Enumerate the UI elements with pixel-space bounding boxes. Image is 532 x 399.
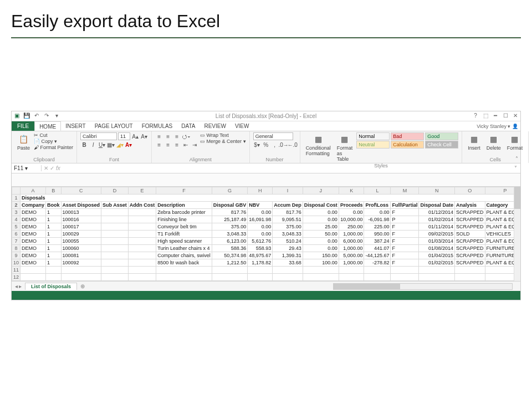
collapse-ribbon-icon[interactable]: ˄: [515, 156, 518, 162]
undo-icon[interactable]: ↶: [33, 112, 40, 120]
column-header[interactable]: Addn Cost: [128, 202, 156, 209]
col-header[interactable]: O: [455, 187, 485, 195]
style-normal[interactable]: Normal: [356, 132, 390, 140]
style-check-cell[interactable]: Check Cell: [425, 141, 458, 149]
column-header[interactable]: Disposal Cost: [303, 202, 339, 209]
col-header[interactable]: L: [364, 187, 391, 195]
col-header[interactable]: H: [248, 187, 273, 195]
copy-button[interactable]: 📄 Copy ▾: [34, 139, 73, 144]
vertical-scrollbar[interactable]: [514, 187, 520, 281]
sheet-title[interactable]: Disposals: [21, 195, 520, 202]
table-row[interactable]: 5DEMO1100017Conveyor belt 9m375.000.0037…: [12, 223, 521, 231]
col-header[interactable]: D: [101, 187, 129, 195]
column-header[interactable]: Prof\Loss: [364, 202, 391, 209]
font-size-select[interactable]: 11: [118, 132, 130, 140]
align-right-icon[interactable]: ≡: [173, 141, 181, 149]
sheet-nav-prev-icon[interactable]: ◂: [15, 283, 18, 289]
underline-icon[interactable]: U▾: [98, 141, 106, 149]
number-format-select[interactable]: General: [253, 132, 293, 140]
col-header[interactable]: I: [273, 187, 303, 195]
column-header[interactable]: Accum Dep: [273, 202, 303, 209]
orientation-icon[interactable]: ⭯▾: [182, 132, 190, 140]
table-row[interactable]: 6DEMO1100029T1 Forklift3,048.330.003,048…: [12, 231, 521, 238]
tab-formulas[interactable]: FORMULAS: [137, 121, 177, 131]
decrease-font-icon[interactable]: A▾: [140, 132, 148, 140]
decrease-decimal-icon[interactable]: ←.0: [289, 141, 296, 149]
font-name-select[interactable]: Calibri: [80, 132, 117, 140]
table-row[interactable]: 10DEMO11000928500 ltr wash back1,212.501…: [12, 259, 521, 267]
style-bad[interactable]: Bad: [391, 132, 424, 140]
column-header[interactable]: Book: [46, 202, 62, 209]
bold-icon[interactable]: B: [80, 141, 88, 149]
accounting-format-icon[interactable]: $▾: [253, 141, 261, 149]
column-header[interactable]: Full\Partial: [391, 202, 419, 209]
file-tab[interactable]: FILE: [12, 121, 34, 131]
cancel-formula-icon[interactable]: ✕: [44, 165, 48, 171]
percent-icon[interactable]: %: [262, 141, 270, 149]
format-as-table-button[interactable]: ▦Format as Table: [335, 132, 355, 163]
column-header[interactable]: Description: [156, 202, 212, 209]
col-header[interactable]: K: [339, 187, 364, 195]
table-row[interactable]: 3DEMO1100013Zebra barcode printer817.760…: [12, 209, 521, 216]
table-row[interactable]: 7DEMO1100055High speed scanner6,123.005,…: [12, 238, 521, 245]
col-header[interactable]: C: [61, 187, 101, 195]
tab-home[interactable]: HOME: [34, 121, 61, 131]
comma-icon[interactable]: ,: [271, 141, 279, 149]
format-cells-button[interactable]: ▦Format: [505, 132, 525, 152]
minimize-icon[interactable]: ━: [492, 112, 499, 120]
delete-cells-button[interactable]: ▦Delete: [484, 132, 503, 152]
column-header[interactable]: Company: [21, 202, 46, 209]
help-icon[interactable]: ?: [472, 112, 479, 120]
style-neutral[interactable]: Neutral: [356, 141, 390, 149]
add-sheet-icon[interactable]: ⊕: [80, 283, 85, 289]
tab-review[interactable]: REVIEW: [200, 121, 230, 131]
col-header[interactable]: F: [156, 187, 212, 195]
column-header[interactable]: NBV: [248, 202, 273, 209]
name-box[interactable]: F11 ▾: [12, 165, 42, 171]
increase-decimal-icon[interactable]: .0→: [280, 141, 288, 149]
align-left-icon[interactable]: ≡: [155, 141, 163, 149]
redo-icon[interactable]: ↷: [43, 112, 50, 120]
tab-data[interactable]: DATA: [177, 121, 200, 131]
tab-view[interactable]: VIEW: [231, 121, 254, 131]
align-top-icon[interactable]: ≡: [155, 132, 163, 140]
column-header[interactable]: Asset Disposed: [61, 202, 101, 209]
expand-formula-icon[interactable]: ˅: [511, 165, 520, 171]
col-header[interactable]: J: [303, 187, 339, 195]
column-header[interactable]: Disposal Date: [419, 202, 455, 209]
accept-formula-icon[interactable]: ✓: [50, 165, 54, 171]
style-good[interactable]: Good: [425, 132, 458, 140]
style-calculation[interactable]: Calculation: [391, 141, 424, 149]
paste-button[interactable]: 📋 Paste: [15, 132, 32, 152]
table-row[interactable]: 9DEMO1100081Computer chairs, swivel50,37…: [12, 252, 521, 259]
save-icon[interactable]: 💾: [23, 112, 30, 120]
qat-more-icon[interactable]: ▾: [53, 112, 60, 120]
border-icon[interactable]: ▦▾: [107, 141, 115, 149]
merge-center-button[interactable]: ▭ Merge & Center ▾: [200, 139, 246, 144]
sheet-nav-next-icon[interactable]: ▸: [19, 283, 22, 289]
table-row[interactable]: 8DEMO1100060Turin Leather chairs x 4588.…: [12, 245, 521, 252]
col-header[interactable]: E: [128, 187, 156, 195]
column-header[interactable]: Analysis: [455, 202, 485, 209]
align-center-icon[interactable]: ≡: [164, 141, 172, 149]
format-painter-button[interactable]: 🖌 Format Painter: [34, 145, 73, 150]
insert-cells-button[interactable]: ▦Insert: [466, 132, 483, 152]
spreadsheet-grid[interactable]: ABCDEFGHIJKLMNOPQ1Disposals2CompanyBookA…: [12, 187, 520, 281]
maximize-icon[interactable]: ☐: [502, 112, 509, 120]
ribbon-collapse-icon[interactable]: ⬚: [482, 112, 489, 120]
conditional-formatting-button[interactable]: ▦Conditional Formatting: [304, 132, 333, 157]
tab-page-layout[interactable]: PAGE LAYOUT: [90, 121, 137, 131]
col-header[interactable]: B: [46, 187, 62, 195]
column-header[interactable]: Disposal GBV: [212, 202, 248, 209]
col-header[interactable]: N: [419, 187, 455, 195]
fx-icon[interactable]: fx: [56, 165, 60, 171]
italic-icon[interactable]: I: [89, 141, 97, 149]
col-header[interactable]: G: [212, 187, 248, 195]
increase-font-icon[interactable]: A▴: [131, 132, 139, 140]
column-header[interactable]: Proceeds: [339, 202, 364, 209]
align-bottom-icon[interactable]: ≡: [173, 132, 181, 140]
indent-icon[interactable]: ⇥: [191, 141, 198, 149]
tab-insert[interactable]: INSERT: [61, 121, 90, 131]
horizontal-scrollbar[interactable]: [333, 283, 513, 290]
font-color-icon[interactable]: A▾: [125, 141, 132, 149]
